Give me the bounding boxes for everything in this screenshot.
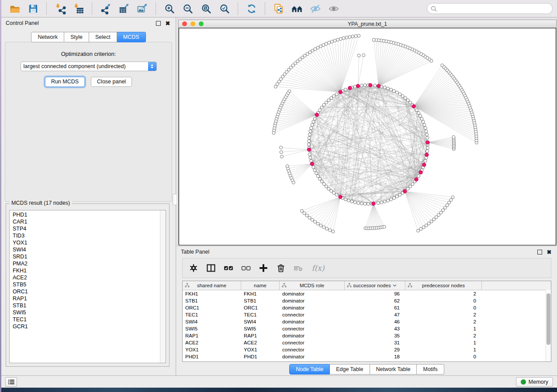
column-header-MCDS-role[interactable]: MCDS role — [280, 281, 345, 290]
table-row[interactable]: YOX1YOX1connector291 — [183, 346, 551, 353]
duplicate-network-button[interactable] — [271, 2, 287, 16]
mcds-result-item[interactable]: STB5 — [10, 281, 166, 288]
memory-button[interactable]: Memory — [516, 377, 553, 387]
save-session-button[interactable] — [25, 2, 41, 16]
delete-column-button[interactable] — [273, 261, 288, 275]
table-row[interactable]: ORC1ORC1dominator610 — [183, 304, 551, 311]
tab-motifs[interactable]: Motifs — [417, 364, 444, 375]
show-all-button[interactable] — [326, 2, 342, 16]
mcds-list-scrollbar[interactable] — [160, 210, 166, 363]
column-settings-button[interactable] — [186, 261, 201, 275]
search-input[interactable] — [439, 5, 549, 12]
refresh-button[interactable] — [244, 2, 259, 16]
mcds-result-item[interactable]: CAR1 — [10, 218, 166, 225]
export-network-button[interactable] — [98, 2, 114, 16]
float-panel-button[interactable] — [155, 20, 162, 27]
table-cell: ACE2 — [183, 340, 241, 345]
import-table-button[interactable] — [71, 2, 86, 16]
table-row[interactable]: STB1STB1dominator620 — [183, 297, 551, 304]
column-header-name[interactable]: name — [241, 281, 280, 290]
main-toolbar — [1, 0, 557, 17]
table-row[interactable]: RAP1RAP1dominator352 — [183, 332, 551, 339]
table-scrollbar[interactable] — [546, 290, 551, 361]
right-column: YPA_prune.txt_1 Table Panel — [176, 17, 557, 375]
mcds-result-list[interactable]: PHD1CAR1STP4TID3YOX1SWI4SRD1PMA2FKH1ACE2… — [9, 210, 166, 363]
mcds-result-item[interactable]: STP4 — [10, 225, 166, 232]
run-mcds-button[interactable]: Run MCDS — [45, 77, 85, 87]
table-row[interactable]: ACE2ACE2connector311 — [183, 339, 551, 346]
mcds-result-item[interactable]: SRD1 — [10, 253, 166, 260]
column-header-successor-nodes[interactable]: successor nodes — [345, 281, 405, 290]
tab-edge-table[interactable]: Edge Table — [330, 364, 370, 375]
mcds-result-item[interactable]: TEC1 — [10, 316, 166, 323]
sort-menu-icon[interactable] — [393, 284, 397, 287]
deselect-all-button[interactable] — [239, 261, 253, 275]
criterion-value: largest connected component (undirected) — [21, 63, 148, 69]
table-cell: dominator — [280, 305, 345, 310]
select-all-button[interactable] — [221, 261, 236, 275]
table-row[interactable]: FKH1FKH1dominator962 — [183, 290, 551, 297]
table-row[interactable]: SWI5SWI5connector431 — [183, 325, 551, 332]
table-scrollbar-thumb[interactable] — [547, 293, 550, 345]
mcds-result-item[interactable]: PHD1 — [10, 211, 166, 218]
tab-node-table[interactable]: Node Table — [289, 364, 330, 375]
tab-network[interactable]: Network — [31, 32, 64, 42]
split-pane-button[interactable] — [204, 261, 218, 275]
mcds-result-item[interactable]: TID3 — [10, 232, 166, 239]
export-image-button[interactable] — [135, 2, 150, 16]
import-network-button[interactable] — [52, 2, 68, 16]
mcds-result-title: MCDS result (17 nodes) — [10, 200, 72, 206]
toolbar-separator — [92, 3, 93, 15]
open-session-button[interactable] — [7, 2, 23, 16]
tab-network-table[interactable]: Network Table — [370, 364, 417, 375]
network-canvas[interactable] — [179, 28, 556, 245]
mcds-result-item[interactable]: SWI5 — [10, 309, 166, 316]
add-column-button[interactable] — [256, 261, 271, 275]
table-cell: connector — [280, 312, 345, 317]
close-panel-button-2[interactable]: Close panel — [91, 77, 132, 87]
close-table-panel-button[interactable]: ✖ — [546, 248, 553, 255]
zoom-fit-button[interactable] — [198, 2, 214, 16]
table-cell: 47 — [345, 312, 405, 317]
tab-style[interactable]: Style — [64, 32, 89, 42]
optimization-label: Optimization criterion: — [5, 51, 172, 57]
table-cell: RAP1 — [241, 333, 280, 338]
save-session-icon — [28, 3, 39, 14]
table-row[interactable]: TEC1TEC1connector472 — [183, 311, 551, 318]
mcds-result-item[interactable]: STB1 — [10, 302, 166, 309]
search-box[interactable] — [427, 3, 553, 14]
mcds-result-item[interactable]: ACE2 — [10, 274, 166, 281]
table-cell: 1 — [405, 347, 482, 352]
tab-mcds[interactable]: MCDS — [117, 32, 146, 42]
tab-select[interactable]: Select — [89, 32, 117, 42]
network-titlebar[interactable]: YPA_prune.txt_1 — [179, 20, 556, 28]
table-cell: 61 — [345, 305, 405, 310]
table-row[interactable]: PHD1PHD1dominator180 — [183, 353, 551, 360]
mcds-result-item[interactable]: PMA2 — [10, 260, 166, 267]
table-cell: 29 — [345, 347, 405, 352]
mcds-result-item[interactable]: GCR1 — [10, 323, 166, 330]
table-cell: 46 — [345, 319, 405, 324]
criterion-dropdown[interactable]: largest connected component (undirected) — [21, 62, 157, 71]
zoom-in-button[interactable] — [162, 2, 177, 16]
export-table-button[interactable] — [116, 2, 132, 16]
zoom-out-button[interactable] — [180, 2, 196, 16]
mcds-result-item[interactable]: ORC1 — [10, 288, 166, 295]
show-panels-button[interactable] — [5, 377, 17, 387]
float-table-panel-button[interactable] — [536, 248, 543, 255]
table-cell: 0 — [405, 305, 482, 310]
hide-selected-button[interactable] — [308, 2, 323, 16]
column-header-predecessor-nodes[interactable]: predecessor nodes — [405, 281, 482, 290]
first-neighbors-button[interactable] — [289, 2, 305, 16]
close-panel-button[interactable]: ✖ — [164, 20, 171, 27]
table-row[interactable]: SWI4SWI4dominator462 — [183, 318, 551, 325]
mcds-result-item[interactable]: FKH1 — [10, 267, 166, 274]
mcds-result-item[interactable]: SWI4 — [10, 246, 166, 253]
zoom-selected-button[interactable] — [217, 2, 232, 16]
table-toolbar: f(x) — [182, 258, 551, 278]
table-cell: YOX1 — [241, 347, 280, 352]
mcds-result-item[interactable]: YOX1 — [10, 239, 166, 246]
table-cell: ORC1 — [241, 305, 280, 310]
column-header-shared-name[interactable]: shared name — [183, 281, 241, 290]
mcds-result-item[interactable]: RAP1 — [10, 295, 166, 302]
